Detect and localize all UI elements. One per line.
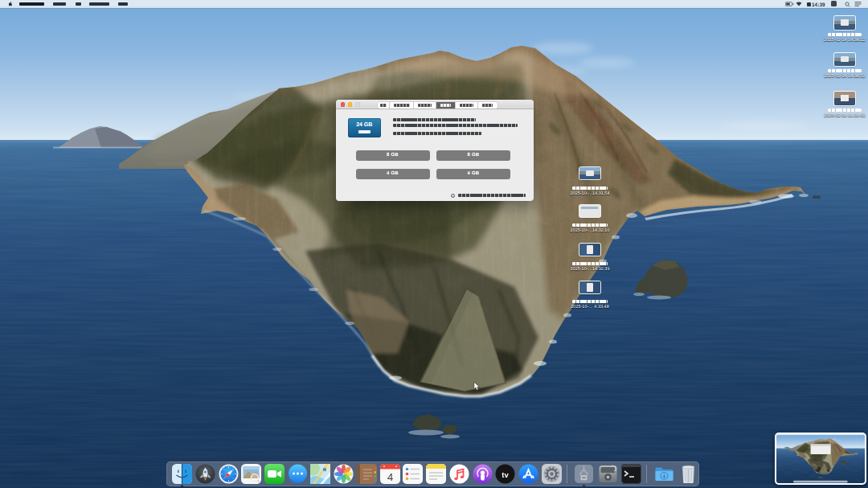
svg-text:14:39: 14:39 [812, 2, 825, 8]
svg-text:tv: tv [502, 470, 509, 479]
svg-text:4: 4 [387, 470, 392, 482]
